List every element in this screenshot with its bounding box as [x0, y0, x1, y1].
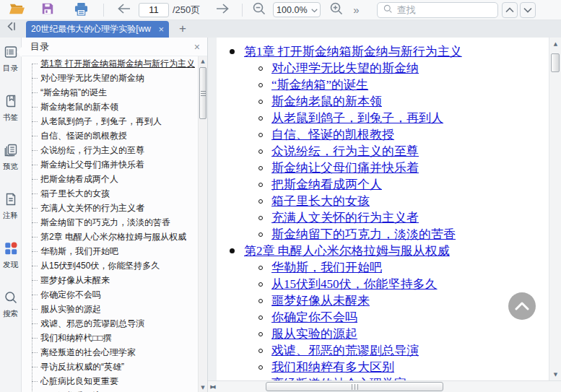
toc-item[interactable]: 第1章 打开斯金纳箱斯金纳与新行为主义 [22, 56, 198, 71]
document-toc-content: 第1章 打开斯金纳箱斯金纳与新行为主义 对心理学无比失望的斯金纳 “斯金纳箱”的… [217, 38, 549, 380]
toc-link[interactable]: 众说纷纭，行为主义的至尊 [271, 143, 419, 160]
toc-link[interactable]: 斯金纳老鼠的新本领 [271, 93, 382, 110]
sidebar-item-label: 搜索 [3, 309, 18, 319]
toc-item[interactable]: 把斯金纳看成两个人 [22, 172, 198, 186]
print-button[interactable] [71, 1, 90, 19]
zoom-out-button[interactable] [250, 1, 269, 19]
scroll-up-arrow[interactable]: ▲ [551, 39, 560, 48]
content-row: 从老鼠到鸽子，到兔子，再到人 [217, 110, 549, 126]
toc-item[interactable]: 噩梦好像从未醒来 [22, 273, 198, 287]
zoom-level-select[interactable]: 100.0% [273, 2, 321, 17]
toc-link[interactable]: 从老鼠到鸽子，到兔子，再到人 [271, 110, 443, 126]
toc-item[interactable]: 寻访反抗权威的“英雄” [22, 360, 198, 374]
toc-item[interactable]: 我们和纳粹杙□□撰 [22, 331, 198, 345]
toc-link[interactable]: 华勒斯，我们开始吧 [271, 259, 382, 276]
find-next-button[interactable] [520, 2, 536, 18]
toc-link[interactable]: 自信、怪诞的凯根教授 [271, 126, 394, 143]
toolbar-separator [242, 4, 243, 17]
toc-item[interactable]: 从老鼠到鸽子，到兔子，再到人 [22, 114, 198, 129]
toc-item[interactable]: 充满人文关怀的行为主义者 [22, 201, 198, 215]
toc-link[interactable]: 第2章 电醒人心米尔格拉姆与服从权威 [244, 243, 450, 259]
toc-link[interactable]: 你确定你不会吗 [271, 309, 357, 326]
toc-item-label: 箱子里长大的女孩 [40, 188, 110, 200]
toc-item[interactable]: 你确定你不会吗 [22, 287, 198, 302]
content-row: 从15伏到450伏，你能坚持多久 [217, 276, 549, 292]
toolbar: /250页 100.0% » [0, 0, 561, 20]
toc-item[interactable]: 自信、怪诞的凯根教授 [22, 129, 198, 143]
sidebar-item-bookmarks[interactable]: 书签 [0, 87, 21, 136]
toc-item[interactable]: 一石激起千层浪 [22, 388, 198, 392]
scroll-down-arrow[interactable]: ▼ [199, 383, 207, 392]
close-panel-icon[interactable]: × [194, 41, 200, 53]
bullet-icon [230, 49, 235, 54]
toc-link[interactable]: 服从实验的源起 [271, 326, 357, 342]
tab-list-collapse-button[interactable] [3, 19, 20, 36]
toolbar-separator [103, 4, 104, 17]
scroll-down-arrow[interactable]: ▼ [551, 370, 560, 379]
open-file-button[interactable] [7, 1, 26, 19]
sidebar-item-label: 书签 [3, 113, 18, 123]
content-row: “斯金纳箱”的诞生 [217, 77, 549, 93]
content-row: 第2章 电醒人心米尔格拉姆与服从权威 [217, 243, 549, 259]
more-tools-button[interactable]: » [353, 4, 359, 16]
search-box [377, 2, 498, 18]
toc-panel: 目录 × 第1章 打开斯金纳箱斯金纳与新行为主义 对心理学无比失望的斯金纳 “斯… [22, 38, 208, 392]
save-button[interactable] [38, 1, 57, 19]
toc-link[interactable]: 第1章 打开斯金纳箱斯金纳与新行为主义 [244, 43, 462, 60]
chevron-up-icon [505, 4, 514, 15]
toc-item-label: 把斯金纳看成两个人 [40, 173, 118, 186]
toc-item[interactable]: 戏谑、邪恶的荒谬剧总导演 [22, 316, 198, 331]
bullet-icon [258, 116, 263, 121]
toc-item-label: 戏谑、邪恶的荒谬剧总导演 [40, 318, 144, 330]
toc-link[interactable]: 我们和纳粹有多大区别 [271, 359, 394, 375]
back-to-top-button[interactable] [508, 292, 536, 320]
toc-scrollbar-thumb[interactable] [199, 67, 206, 119]
zoom-in-button[interactable] [327, 1, 346, 19]
toc-link[interactable]: 戏谑、邪恶的荒谬剧总导演 [271, 342, 419, 359]
toc-item[interactable]: 第2章 电醒人心米尔格拉姆与服从权威 [22, 230, 198, 244]
toc-link[interactable]: “斯金纳箱”的诞生 [271, 77, 368, 93]
prev-page-button[interactable] [114, 1, 133, 19]
scroll-right-arrow[interactable]: ▶ [208, 382, 217, 391]
toc-item[interactable]: “斯金纳箱”的诞生 [22, 85, 198, 100]
content-row: 斯金纳留下的巧克力，淡淡的苦香 [217, 226, 549, 243]
toc-item[interactable]: 斯金纳老鼠的新本领 [22, 100, 198, 114]
toc-item[interactable]: 斯金纳让父母们痛并快乐着 [22, 157, 198, 172]
sidebar-item-toc[interactable]: 目录 [0, 38, 21, 87]
toc-item[interactable]: 华勒斯，我们开始吧 [22, 244, 198, 258]
toc-link[interactable]: 噩梦好像从未醒来 [271, 292, 370, 309]
toc-item[interactable]: 离经叛道的社会心理学家 [22, 345, 198, 360]
horizontal-scrollbar-thumb[interactable] [266, 382, 443, 391]
vertical-scrollbar-thumb[interactable] [551, 53, 560, 72]
toc-link[interactable]: 把斯金纳看成两个人 [271, 176, 382, 193]
toc-link[interactable]: 对心理学无比失望的斯金纳 [271, 60, 419, 77]
page-total-label: /250页 [173, 4, 200, 17]
toc-link[interactable]: 斯金纳留下的巧克力，淡淡的苦香 [271, 226, 456, 243]
toc-item[interactable]: 众说纷纭，行为主义的至尊 [22, 143, 198, 157]
new-tab-button[interactable]: + [179, 22, 186, 36]
sidebar-item-preview[interactable]: 预览 [0, 136, 21, 185]
toc-item-label: 噩梦好像从未醒来 [40, 274, 110, 287]
content-row: 你确定你不会吗 [217, 309, 549, 326]
sidebar-item-search[interactable]: 搜索 [0, 283, 21, 332]
toc-item[interactable]: 对心理学无比失望的斯金纳 [22, 71, 198, 85]
toc-item[interactable]: 斯金纳留下的巧克力，淡淡的苦香 [22, 215, 198, 230]
sidebar-item-discover[interactable]: 发现 [0, 234, 21, 283]
sidebar-item-annotations[interactable]: 注释 [0, 185, 21, 234]
document-tab[interactable]: 20世纪最伟大的心理学实验[ww × [26, 21, 169, 38]
toc-link[interactable]: 斯金纳让父母们痛并快乐着 [271, 160, 419, 176]
toc-item[interactable]: 箱子里长大的女孩 [22, 186, 198, 201]
page-number-input[interactable] [139, 3, 169, 17]
toc-item[interactable]: 服从实验的源起 [22, 302, 198, 316]
toc-item[interactable]: 从15伏到450伏，你能坚持多久 [22, 258, 198, 273]
close-tab-icon[interactable]: × [158, 24, 164, 35]
next-page-button[interactable] [213, 1, 232, 19]
scroll-up-arrow[interactable]: ▲ [199, 56, 207, 66]
toc-item[interactable]: 心脏病比良知更重要 [22, 374, 198, 388]
toc-link[interactable]: 从15伏到450伏，你能坚持多久 [271, 276, 438, 292]
toc-link[interactable]: 充满人文关怀的行为主义者 [271, 209, 419, 226]
toc-link[interactable]: 离经叛道的社会心理学家 [271, 375, 406, 380]
toc-link[interactable]: 箱子里长大的女孩 [271, 193, 370, 209]
find-previous-button[interactable] [502, 2, 518, 18]
content-row: 众说纷纭，行为主义的至尊 [217, 143, 549, 160]
